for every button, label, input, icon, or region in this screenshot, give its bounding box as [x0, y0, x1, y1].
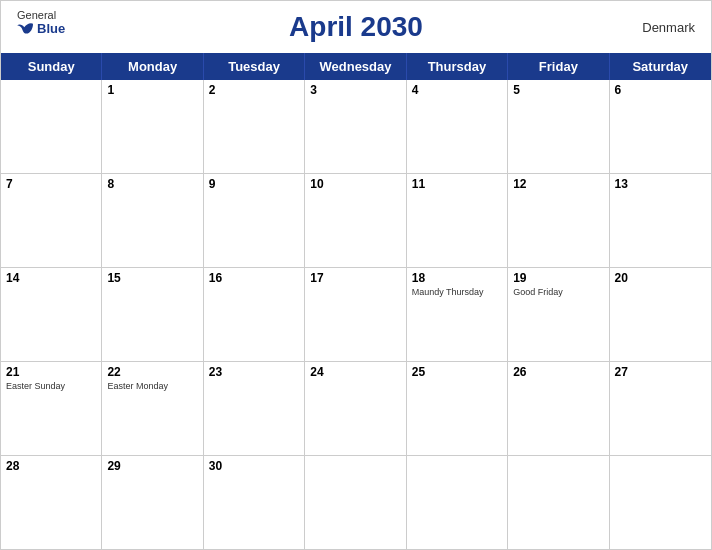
day-header-monday: Monday — [102, 53, 203, 80]
day-cell: 26 — [508, 362, 609, 455]
day-number: 26 — [513, 365, 603, 379]
day-number: 6 — [615, 83, 706, 97]
day-cell: 24 — [305, 362, 406, 455]
day-number: 30 — [209, 459, 299, 473]
day-cell: 13 — [610, 174, 711, 267]
holiday-label: Good Friday — [513, 287, 603, 298]
day-number: 1 — [107, 83, 197, 97]
day-number: 11 — [412, 177, 502, 191]
day-cell: 4 — [407, 80, 508, 173]
day-cell: 2 — [204, 80, 305, 173]
day-number: 17 — [310, 271, 400, 285]
week-row-1: 78910111213 — [1, 174, 711, 268]
day-cell: 14 — [1, 268, 102, 361]
weeks-container: 123456789101112131415161718Maundy Thursd… — [1, 80, 711, 549]
day-number: 16 — [209, 271, 299, 285]
day-number: 23 — [209, 365, 299, 379]
logo-bird-icon — [17, 22, 35, 36]
logo-general: General — [17, 9, 56, 21]
day-number: 28 — [6, 459, 96, 473]
holiday-label: Maundy Thursday — [412, 287, 502, 298]
day-cell: 10 — [305, 174, 406, 267]
day-cell: 22Easter Monday — [102, 362, 203, 455]
holiday-label: Easter Sunday — [6, 381, 96, 392]
week-row-2: 1415161718Maundy Thursday19Good Friday20 — [1, 268, 711, 362]
day-header-sunday: Sunday — [1, 53, 102, 80]
day-cell — [508, 456, 609, 549]
day-number: 21 — [6, 365, 96, 379]
day-number: 14 — [6, 271, 96, 285]
day-cell: 11 — [407, 174, 508, 267]
day-number: 13 — [615, 177, 706, 191]
day-number: 27 — [615, 365, 706, 379]
logo: General Blue — [17, 9, 65, 36]
day-header-saturday: Saturday — [610, 53, 711, 80]
day-cell — [1, 80, 102, 173]
day-cell — [305, 456, 406, 549]
day-number: 19 — [513, 271, 603, 285]
day-number: 29 — [107, 459, 197, 473]
country-label: Denmark — [642, 20, 695, 35]
day-headers-row: SundayMondayTuesdayWednesdayThursdayFrid… — [1, 53, 711, 80]
day-header-tuesday: Tuesday — [204, 53, 305, 80]
day-number: 8 — [107, 177, 197, 191]
day-header-thursday: Thursday — [407, 53, 508, 80]
day-cell: 3 — [305, 80, 406, 173]
day-cell: 23 — [204, 362, 305, 455]
day-number: 5 — [513, 83, 603, 97]
day-cell: 30 — [204, 456, 305, 549]
calendar-header: General Blue April 2030 Denmark — [1, 1, 711, 53]
day-cell: 18Maundy Thursday — [407, 268, 508, 361]
calendar-grid: SundayMondayTuesdayWednesdayThursdayFrid… — [1, 53, 711, 549]
day-number: 2 — [209, 83, 299, 97]
day-cell: 7 — [1, 174, 102, 267]
day-cell: 20 — [610, 268, 711, 361]
day-number: 10 — [310, 177, 400, 191]
day-number: 25 — [412, 365, 502, 379]
day-number: 12 — [513, 177, 603, 191]
page-title: April 2030 — [289, 11, 423, 43]
day-cell: 8 — [102, 174, 203, 267]
day-cell: 6 — [610, 80, 711, 173]
holiday-label: Easter Monday — [107, 381, 197, 392]
day-number: 4 — [412, 83, 502, 97]
day-number: 3 — [310, 83, 400, 97]
day-cell: 27 — [610, 362, 711, 455]
calendar: General Blue April 2030 Denmark SundayMo… — [0, 0, 712, 550]
day-header-wednesday: Wednesday — [305, 53, 406, 80]
week-row-0: 123456 — [1, 80, 711, 174]
day-cell: 28 — [1, 456, 102, 549]
logo-blue: Blue — [17, 21, 65, 36]
day-number: 22 — [107, 365, 197, 379]
day-cell: 29 — [102, 456, 203, 549]
day-cell: 21Easter Sunday — [1, 362, 102, 455]
day-cell: 15 — [102, 268, 203, 361]
day-cell: 16 — [204, 268, 305, 361]
day-cell: 9 — [204, 174, 305, 267]
day-header-friday: Friday — [508, 53, 609, 80]
day-number: 20 — [615, 271, 706, 285]
day-cell — [610, 456, 711, 549]
week-row-3: 21Easter Sunday22Easter Monday2324252627 — [1, 362, 711, 456]
day-cell — [407, 456, 508, 549]
day-cell: 12 — [508, 174, 609, 267]
day-cell: 1 — [102, 80, 203, 173]
day-number: 7 — [6, 177, 96, 191]
day-cell: 5 — [508, 80, 609, 173]
day-cell: 25 — [407, 362, 508, 455]
day-cell: 19Good Friday — [508, 268, 609, 361]
day-number: 9 — [209, 177, 299, 191]
day-number: 24 — [310, 365, 400, 379]
day-number: 18 — [412, 271, 502, 285]
week-row-4: 282930 — [1, 456, 711, 549]
day-number: 15 — [107, 271, 197, 285]
day-cell: 17 — [305, 268, 406, 361]
